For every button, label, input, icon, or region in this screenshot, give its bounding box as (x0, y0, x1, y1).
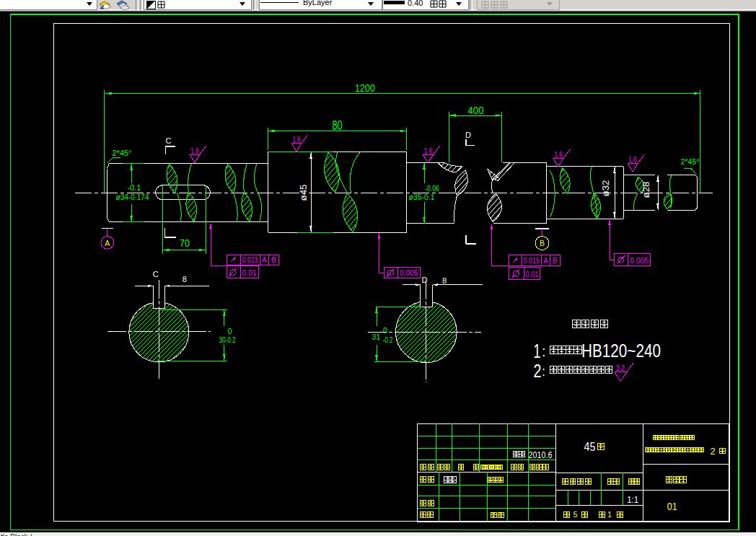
svg-text:1: 1 (607, 510, 612, 519)
svg-text:31: 31 (372, 333, 381, 341)
svg-text:-0.2: -0.2 (383, 335, 393, 344)
svg-text:ø34-0.174: ø34-0.174 (116, 193, 149, 201)
svg-text:-0.06: -0.06 (425, 184, 439, 193)
svg-text:0.015: 0.015 (524, 257, 540, 265)
svg-text:01: 01 (667, 500, 677, 512)
svg-text:400: 400 (468, 105, 484, 116)
svg-text:1:1: 1:1 (627, 494, 638, 505)
svg-text:ø45: ø45 (298, 185, 309, 201)
svg-text:B: B (540, 239, 545, 247)
svg-text:0.005: 0.005 (630, 257, 649, 265)
svg-text:B: B (553, 257, 558, 265)
svg-text:2*45°: 2*45° (681, 157, 700, 166)
svg-text:C: C (166, 136, 172, 145)
svg-text:A: A (262, 256, 267, 264)
svg-text:1.6: 1.6 (292, 135, 301, 144)
svg-text:0.01: 0.01 (242, 269, 258, 277)
svg-text:5: 5 (573, 510, 577, 519)
svg-text:0.01: 0.01 (526, 271, 539, 278)
svg-text:ø32: ø32 (600, 180, 611, 197)
svg-text:-0.1: -0.1 (128, 183, 141, 192)
svg-text:2: 2 (534, 360, 542, 382)
svg-text:0.015: 0.015 (242, 256, 259, 264)
svg-text:30-0.2: 30-0.2 (219, 335, 236, 344)
svg-text:B: B (271, 256, 276, 264)
svg-text:2010.6: 2010.6 (528, 450, 552, 460)
svg-text::: : (542, 343, 546, 359)
svg-text:0: 0 (228, 327, 232, 335)
svg-text:1200: 1200 (355, 82, 375, 94)
svg-text:2: 2 (711, 446, 716, 457)
svg-text:D: D (465, 131, 471, 139)
svg-text:C: C (153, 270, 159, 278)
svg-text:80: 80 (333, 118, 343, 133)
svg-text:1.6: 1.6 (554, 150, 563, 159)
svg-text:45: 45 (584, 440, 596, 454)
svg-text:2*45°: 2*45° (113, 149, 132, 157)
svg-text:8: 8 (183, 275, 187, 284)
svg-text:A: A (105, 239, 110, 247)
svg-text:ø28: ø28 (641, 182, 651, 198)
svg-text:0.005: 0.005 (400, 269, 418, 277)
svg-text:D: D (422, 276, 428, 284)
svg-text:A: A (543, 257, 548, 265)
svg-text:3.2: 3.2 (616, 364, 625, 372)
svg-text:1.6: 1.6 (424, 146, 433, 155)
svg-text:HB120~240: HB120~240 (581, 340, 661, 361)
svg-text:1.6: 1.6 (190, 146, 199, 155)
svg-text:1.6: 1.6 (628, 155, 637, 164)
svg-text:8: 8 (442, 276, 447, 285)
svg-text:70: 70 (180, 237, 190, 249)
svg-text:0: 0 (383, 326, 387, 335)
svg-text::: : (542, 364, 545, 379)
svg-text:ø35-0.1: ø35-0.1 (409, 193, 435, 201)
svg-text:1: 1 (534, 340, 541, 362)
